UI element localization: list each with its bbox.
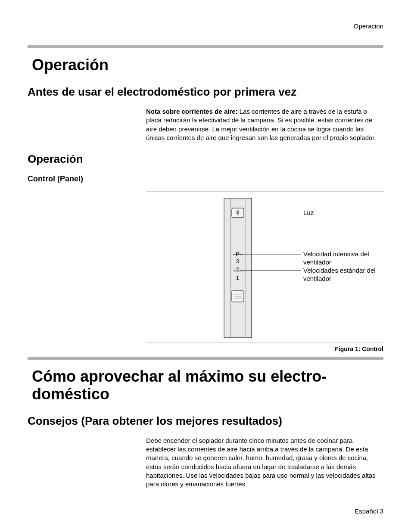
running-header: Operación xyxy=(28,22,383,30)
callout-label-light: Luz xyxy=(303,209,314,217)
callout-line-standard xyxy=(240,271,301,271)
speed-label-p: P xyxy=(236,251,239,257)
tips-text: Debe encender el soplador durante cinco … xyxy=(146,436,383,489)
subheading-control-panel: Control (Panel) xyxy=(28,174,383,184)
subheading-first-use: Antes de usar el electrodoméstico por pr… xyxy=(28,85,383,99)
callout-line-light xyxy=(244,213,301,213)
section-title-operacion: Operación xyxy=(32,56,383,74)
section-divider xyxy=(28,45,383,48)
speed-label-2: 2 xyxy=(236,267,239,273)
figure-body: P 3 2 1 Luz Velocidad intensiva del vent… xyxy=(146,192,383,342)
document-page: Operación Operación Antes de usar el ele… xyxy=(0,0,411,516)
callout-label-intensive: Velocidad intensiva del ventilador xyxy=(303,250,385,267)
callout-label-standard: Velocidades estándar del ventilador xyxy=(303,267,385,283)
speed-label-3: 3 xyxy=(236,258,239,264)
tips-block: Debe encender el soplador durante cinco … xyxy=(28,436,383,489)
subheading-operacion: Operación xyxy=(28,152,383,166)
note-label: Nota sobre corrientes de aire: xyxy=(146,108,238,115)
speed-label-1: 1 xyxy=(236,275,239,281)
figure-bottom-rule xyxy=(146,342,383,343)
subheading-tips: Consejos (Para obtener los mejores resul… xyxy=(28,414,383,428)
figure-caption: Figura 1: Control xyxy=(146,345,383,352)
note-block: Nota sobre corrientes de aire: Las corri… xyxy=(28,107,383,142)
section-divider-2 xyxy=(28,357,383,360)
figure-control: P 3 2 1 Luz Velocidad intensiva del vent… xyxy=(146,191,383,352)
callout-line-intensive xyxy=(240,255,301,255)
section-title-maximize: Cómo aprovechar al máximo su electro­dom… xyxy=(32,367,383,403)
page-footer: Español 3 xyxy=(355,507,383,515)
